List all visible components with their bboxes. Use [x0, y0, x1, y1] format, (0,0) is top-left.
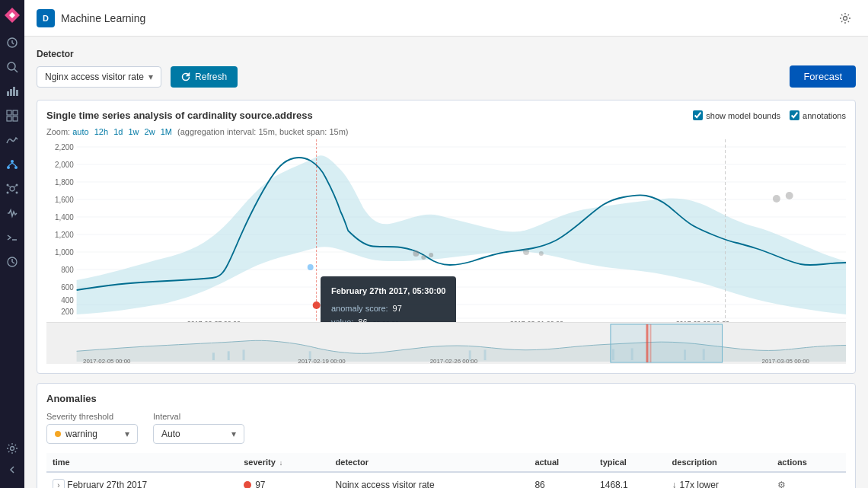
- chart-section: Single time series analysis of cardinali…: [37, 100, 856, 374]
- svg-rect-75: [684, 349, 686, 360]
- svg-line-21: [8, 186, 11, 187]
- interval-group: Interval Auto ▾: [153, 412, 244, 444]
- zoom-12h[interactable]: 12h: [94, 127, 108, 136]
- interval-select[interactable]: Auto ▾: [153, 424, 244, 444]
- svg-text:2017-03-05 00:00: 2017-03-05 00:00: [762, 358, 810, 364]
- svg-point-1: [8, 62, 15, 70]
- detector-select-value: Nginx access visitor rate: [45, 72, 144, 82]
- mini-chart[interactable]: 2017-02-05 00:00 2017-02-19 00:00 2017-0…: [46, 322, 846, 364]
- sidebar-item-dashboard[interactable]: [3, 107, 21, 125]
- anomaly-table-header: time severity ↓ detector actual typical …: [46, 453, 846, 472]
- main-content: D Machine Learning Detector Nginx access…: [24, 0, 868, 488]
- annotations-input[interactable]: [790, 110, 799, 120]
- main-chart-svg: 2,200 2,000 1,800 1,600 1,400 1,200 1,00…: [46, 139, 846, 322]
- svg-text:1,200: 1,200: [55, 231, 74, 239]
- description-cell: ↓ 17x lower: [672, 480, 766, 488]
- aggregation-info: (aggregation interval: 15m, bucket span:…: [177, 127, 348, 136]
- sidebar-item-ml[interactable]: [3, 155, 21, 174]
- svg-point-54: [413, 250, 419, 257]
- cell-detector: Nginx access visitor rate: [330, 472, 529, 488]
- svg-text:2017-02-05 00:00: 2017-02-05 00:00: [83, 358, 131, 364]
- anomaly-table: time severity ↓ detector actual typical …: [46, 453, 846, 488]
- sidebar-item-settings[interactable]: [3, 439, 21, 458]
- svg-rect-68: [228, 351, 230, 360]
- zoom-1w[interactable]: 1w: [128, 127, 139, 136]
- topbar-left: D Machine Learning: [37, 9, 145, 27]
- svg-point-58: [539, 251, 544, 256]
- show-model-bounds-checkbox[interactable]: show model bounds: [693, 110, 780, 120]
- description-text: 17x lower: [680, 480, 719, 488]
- mini-chart-svg: 2017-02-05 00:00 2017-02-19 00:00 2017-0…: [46, 323, 846, 364]
- svg-point-53: [308, 264, 314, 270]
- detector-select[interactable]: Nginx access visitor rate ▾: [37, 66, 161, 88]
- annotations-label: annotations: [803, 111, 846, 120]
- zoom-1d[interactable]: 1d: [113, 127, 123, 136]
- zoom-1m[interactable]: 1M: [161, 127, 172, 136]
- interval-caret: ▾: [231, 429, 236, 439]
- svg-point-13: [14, 166, 18, 169]
- chart-title: Single time series analysis of cardinali…: [46, 110, 313, 121]
- description-arrow-icon: ↓: [672, 480, 677, 488]
- refresh-button[interactable]: Refresh: [171, 66, 238, 88]
- col-description: description: [666, 453, 772, 472]
- zoom-2w[interactable]: 2w: [145, 127, 155, 136]
- topbar: D Machine Learning: [24, 0, 868, 37]
- sidebar-item-apm[interactable]: [3, 204, 21, 222]
- svg-rect-74: [631, 348, 633, 360]
- forecast-button[interactable]: Forecast: [790, 65, 856, 88]
- sidebar-item-timelion[interactable]: [3, 131, 21, 149]
- svg-text:2017-02-19 00:00: 2017-02-19 00:00: [298, 358, 346, 364]
- zoom-bar: Zoom: auto 12h 1d 1w 2w 1M (aggregation …: [46, 127, 846, 136]
- svg-point-26: [844, 16, 847, 20]
- svg-text:2017-02-26 00:00: 2017-02-26 00:00: [430, 358, 478, 364]
- topbar-settings-button[interactable]: [834, 8, 856, 29]
- sidebar-collapse-button[interactable]: [3, 461, 21, 479]
- svg-rect-4: [10, 89, 12, 96]
- col-typical: typical: [594, 453, 665, 472]
- chart-container: 2,200 2,000 1,800 1,600 1,400 1,200 1,00…: [46, 139, 846, 364]
- sidebar-item-visualize[interactable]: [3, 82, 21, 100]
- show-model-bounds-input[interactable]: [693, 110, 703, 120]
- svg-point-25: [11, 447, 14, 451]
- svg-text:200: 200: [61, 308, 74, 316]
- col-severity[interactable]: severity ↓: [238, 453, 329, 472]
- svg-text:800: 800: [61, 266, 74, 274]
- anomalies-section: Anomalies Severity threshold warning ▾ I…: [37, 383, 856, 488]
- zoom-auto[interactable]: auto: [72, 127, 88, 136]
- zoom-label: Zoom:: [46, 127, 70, 136]
- col-time: time: [46, 453, 238, 472]
- sidebar-item-monitoring[interactable]: [3, 253, 21, 271]
- annotations-checkbox[interactable]: annotations: [790, 110, 846, 120]
- severity-threshold-select[interactable]: warning ▾: [46, 424, 138, 444]
- svg-rect-76: [703, 349, 705, 360]
- sidebar-item-recent[interactable]: [3, 33, 21, 52]
- sidebar-item-graph[interactable]: [3, 180, 21, 198]
- svg-rect-8: [13, 110, 18, 115]
- sidebar-item-dev-tools[interactable]: [3, 228, 21, 247]
- svg-point-20: [16, 192, 18, 194]
- svg-point-57: [523, 249, 529, 255]
- cell-actual: 86: [528, 472, 594, 488]
- svg-text:400: 400: [61, 296, 74, 305]
- svg-rect-9: [7, 116, 11, 121]
- actions-gear-icon[interactable]: ⚙: [777, 480, 786, 488]
- svg-rect-6: [16, 90, 18, 96]
- severity-indicator: [244, 481, 251, 488]
- svg-text:1,000: 1,000: [55, 248, 74, 257]
- main-chart[interactable]: 2,200 2,000 1,800 1,600 1,400 1,200 1,00…: [46, 139, 846, 322]
- svg-point-11: [11, 160, 14, 163]
- svg-text:2,200: 2,200: [55, 143, 74, 152]
- svg-point-59: [773, 195, 780, 203]
- filters-row: Severity threshold warning ▾ Interval Au…: [46, 412, 846, 444]
- row-expand-button[interactable]: ›: [53, 479, 65, 488]
- col-actual: actual: [528, 453, 594, 472]
- severity-value: warning: [65, 429, 97, 439]
- svg-point-19: [7, 192, 9, 194]
- cell-time: › February 27th 2017: [46, 472, 238, 488]
- svg-line-22: [14, 186, 16, 187]
- sidebar-item-discover[interactable]: [3, 58, 21, 76]
- sidebar: [0, 0, 24, 488]
- svg-rect-64: [611, 324, 723, 362]
- svg-point-56: [429, 253, 433, 257]
- anomaly-table-body: › February 27th 2017 97 Nginx access vis…: [46, 472, 846, 488]
